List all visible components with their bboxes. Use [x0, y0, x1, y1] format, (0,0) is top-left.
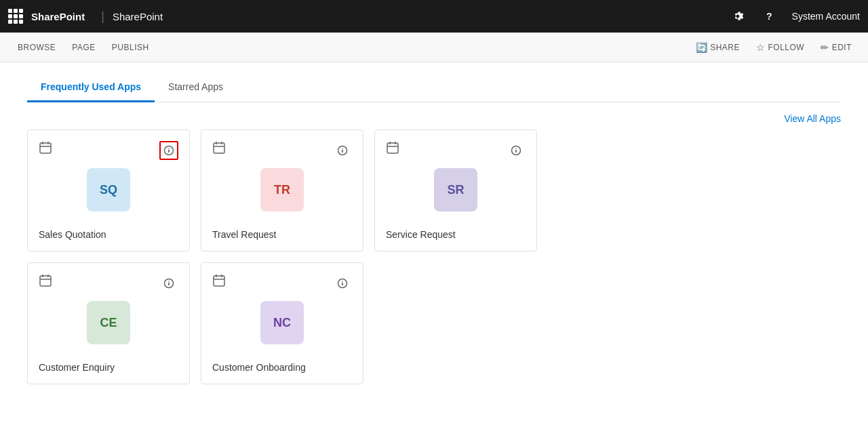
- svg-point-14: [342, 148, 343, 149]
- app-avatar-sr: SR: [434, 168, 477, 211]
- app-name-sr: Service Request: [386, 229, 526, 240]
- app-card-tr[interactable]: TR Travel Request: [201, 129, 363, 251]
- info-icon-sr[interactable]: [507, 141, 526, 160]
- svg-rect-8: [214, 143, 224, 153]
- nav-right-actions: ? System Account: [727, 5, 860, 27]
- waffle-menu-icon[interactable]: [8, 9, 23, 24]
- app-card-nc[interactable]: NC Customer Onboarding: [201, 262, 363, 384]
- help-button[interactable]: ?: [760, 5, 781, 27]
- page-button[interactable]: PAGE: [65, 39, 102, 56]
- view-all-row: View All Apps: [27, 102, 841, 129]
- app-card-sq[interactable]: SQ Sales Quotation: [27, 129, 190, 251]
- follow-button[interactable]: ☆ FOLLOW: [751, 39, 810, 56]
- app-card-top-nc: [212, 274, 352, 293]
- svg-text:?: ?: [766, 11, 772, 22]
- settings-button[interactable]: [727, 5, 749, 27]
- calendar-icon-tr: [212, 141, 226, 158]
- follow-icon: ☆: [756, 42, 766, 53]
- nav-title-group: SharePoint | SharePoint: [31, 9, 163, 24]
- question-icon: ?: [764, 10, 776, 22]
- app-avatar-tr: TR: [260, 168, 304, 211]
- svg-rect-29: [214, 276, 224, 286]
- svg-rect-15: [387, 143, 398, 153]
- ribbon-bar: BROWSE PAGE PUBLISH 🔄 SHARE ☆ FOLLOW ✏ E…: [0, 33, 868, 62]
- info-icon-tr[interactable]: [333, 141, 352, 160]
- app-card-top-ce: [39, 274, 178, 293]
- svg-point-28: [168, 281, 170, 282]
- app-card-sr[interactable]: SR Service Request: [374, 129, 537, 251]
- app-name-sq: Sales Quotation: [39, 229, 178, 240]
- share-icon: 🔄: [696, 42, 708, 53]
- info-icon-sq[interactable]: [159, 141, 178, 160]
- top-navigation: SharePoint | SharePoint ? System Account: [0, 0, 868, 33]
- app-avatar-sq: SQ: [87, 168, 130, 211]
- account-label[interactable]: System Account: [792, 11, 860, 22]
- ribbon-right-actions: 🔄 SHARE ☆ FOLLOW ✏ EDIT: [690, 39, 857, 56]
- app-card-ce[interactable]: CE Customer Enquiry: [27, 262, 190, 384]
- apps-grid: SQ Sales Quotation: [27, 129, 841, 411]
- main-content: Frequently Used Apps Starred Apps View A…: [0, 62, 868, 425]
- tab-frequently-used[interactable]: Frequently Used Apps: [27, 73, 155, 102]
- edit-icon: ✏: [821, 42, 829, 53]
- app-avatar-nc: NC: [260, 301, 304, 344]
- tab-starred[interactable]: Starred Apps: [155, 73, 237, 102]
- app-card-top-tr: [212, 141, 352, 160]
- calendar-icon-sr: [386, 141, 399, 158]
- svg-point-7: [168, 148, 170, 149]
- info-icon-nc[interactable]: [333, 274, 352, 293]
- svg-point-21: [515, 148, 517, 149]
- app-card-top-sr: [386, 141, 526, 160]
- app-name-ce: Customer Enquiry: [39, 362, 178, 373]
- info-icon-ce[interactable]: [159, 274, 178, 293]
- tabs-bar: Frequently Used Apps Starred Apps: [27, 62, 841, 102]
- app-name[interactable]: SharePoint: [31, 11, 93, 22]
- app-name-nc: Customer Onboarding: [212, 362, 352, 373]
- share-button[interactable]: 🔄 SHARE: [690, 39, 745, 56]
- publish-button[interactable]: PUBLISH: [105, 39, 156, 56]
- svg-point-35: [342, 281, 343, 282]
- calendar-icon-sq: [39, 141, 52, 158]
- app-avatar-ce: CE: [87, 301, 130, 344]
- app-name-tr: Travel Request: [212, 229, 352, 240]
- site-name[interactable]: SharePoint: [113, 11, 163, 22]
- calendar-icon-nc: [212, 274, 226, 291]
- gear-icon: [732, 10, 744, 22]
- edit-button[interactable]: ✏ EDIT: [815, 39, 857, 56]
- calendar-icon-ce: [39, 274, 52, 291]
- view-all-apps-link[interactable]: View All Apps: [784, 113, 841, 124]
- app-card-top-sq: [39, 141, 178, 160]
- nav-divider: |: [93, 9, 113, 24]
- browse-button[interactable]: BROWSE: [11, 39, 62, 56]
- svg-rect-1: [40, 143, 51, 153]
- svg-rect-22: [40, 276, 51, 286]
